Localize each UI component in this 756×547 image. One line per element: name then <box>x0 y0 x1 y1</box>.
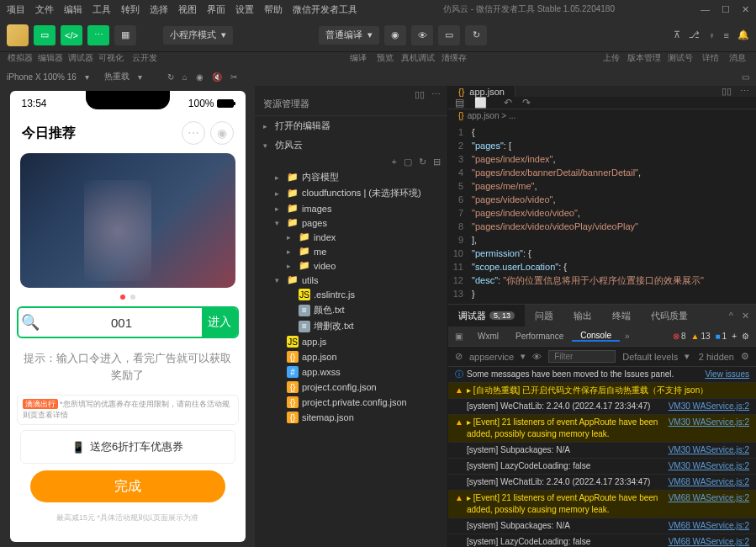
target-icon[interactable]: ◉ <box>210 121 234 145</box>
tree-item[interactable]: ▾📁pages <box>255 215 447 230</box>
tree-item[interactable]: ▸📁images <box>255 201 447 215</box>
menu-item[interactable]: 编辑 <box>64 3 82 16</box>
code-editor[interactable]: 1{2 "pages": [3 "pages/index/index",4 "p… <box>448 122 756 304</box>
menu-item[interactable]: 界面 <box>207 3 225 16</box>
preview-btn[interactable]: 👁 <box>411 25 433 45</box>
terminal-tab[interactable]: 终端 <box>602 305 641 327</box>
menu-item[interactable]: 转到 <box>121 3 140 16</box>
undo-icon[interactable]: ↶ <box>504 97 512 109</box>
menu-item[interactable]: 设置 <box>235 3 254 16</box>
device-select[interactable]: iPhone X 100% 16 <box>7 72 77 82</box>
tree-item[interactable]: ▾📁utils <box>255 273 447 287</box>
tree-item[interactable]: ▸📁me <box>255 244 447 258</box>
back-icon[interactable]: ◉ <box>196 72 204 82</box>
hidden-count[interactable]: 2 hidden <box>699 352 734 362</box>
rotate-icon[interactable]: ↻ <box>167 72 174 82</box>
test-btn[interactable]: ♀ <box>708 30 715 40</box>
simulator-toggle[interactable]: ▭ <box>34 25 56 45</box>
tree-item[interactable]: ▸📁video <box>255 258 447 273</box>
levels-select[interactable]: Default levels <box>622 352 678 362</box>
tree-item[interactable]: ▸📁cloudfunctions | (未选择环境) <box>255 185 447 201</box>
compile-select[interactable]: 普通编译▾ <box>319 26 379 45</box>
menu-item[interactable]: 帮助 <box>264 3 283 16</box>
breadcrumb[interactable]: {} app.json > ... <box>448 109 756 122</box>
maximize-icon[interactable]: ☐ <box>722 4 730 15</box>
collapse-icon[interactable]: ⊟ <box>433 157 441 167</box>
tree-item[interactable]: JS.eslintrc.js <box>255 287 447 302</box>
new-folder-icon[interactable]: ▢ <box>404 157 412 167</box>
tree-item[interactable]: ▸📁内容模型 <box>255 169 447 185</box>
tree-item[interactable]: {}project.config.json <box>255 380 447 395</box>
tree-item[interactable]: ▸📁index <box>255 230 447 244</box>
remote-debug-btn[interactable]: ▭ <box>438 25 460 45</box>
expand-icon[interactable]: ^ <box>729 311 733 321</box>
warn-count[interactable]: ▲13 <box>691 332 711 341</box>
cut-icon[interactable]: ✂ <box>230 72 237 82</box>
project-root[interactable]: ▾仿风云 <box>255 135 447 155</box>
menu-item[interactable]: 工具 <box>93 3 111 16</box>
more-editor-icon[interactable]: ⋯ <box>740 86 749 97</box>
close-icon[interactable]: ✕ <box>742 4 749 15</box>
float-icon[interactable]: ▭ <box>742 72 749 82</box>
version-btn[interactable]: ⎇ <box>689 29 700 40</box>
menu-item[interactable]: 视图 <box>178 3 197 16</box>
tree-item[interactable]: {}project.private.config.json <box>255 395 447 410</box>
console-tab[interactable]: Console <box>572 331 620 342</box>
performance-tab[interactable]: Performance <box>507 332 572 341</box>
debugger-toggle[interactable]: ⋯ <box>87 25 109 45</box>
redo-icon[interactable]: ↷ <box>522 97 531 109</box>
home-icon[interactable]: ⌂ <box>182 72 188 82</box>
close-panel-icon[interactable]: ✕ <box>742 311 749 321</box>
tree-item[interactable]: JSapp.js <box>255 334 447 349</box>
enter-button[interactable]: 进入 <box>202 308 237 337</box>
refresh-icon[interactable]: ↻ <box>419 157 426 167</box>
settings-icon[interactable]: ⚙ <box>742 332 749 341</box>
tree-item[interactable]: {}app.json <box>255 349 447 364</box>
complete-button[interactable]: 完成 <box>30 470 225 502</box>
console-output[interactable]: ⓘSome messages have been moved to the Is… <box>448 367 756 547</box>
wxml-tab[interactable]: Wxml <box>469 332 507 341</box>
clear-cache-btn[interactable]: ↻ <box>465 25 487 45</box>
output-tab[interactable]: 输出 <box>563 305 602 327</box>
editor-tab[interactable]: {} app.json <box>448 86 515 97</box>
menu-item[interactable]: 微信开发者工具 <box>293 3 357 16</box>
tree-item[interactable]: #app.wxss <box>255 364 447 380</box>
ad-banner[interactable]: 滴滴出行 *您所填写的优惠券存在使用限制，请前往各活动规则页查看详情 <box>17 395 239 425</box>
new-file-icon[interactable]: + <box>392 157 397 167</box>
split-editor-icon[interactable]: ▯▯ <box>722 86 732 97</box>
visual-toggle[interactable]: ▦ <box>114 25 136 45</box>
hot-reload[interactable]: 热重载 <box>104 71 130 82</box>
plus-icon[interactable]: + <box>732 332 737 341</box>
banner-image[interactable] <box>20 153 235 288</box>
compile-btn[interactable]: ◉ <box>384 25 406 45</box>
menu-item[interactable]: 选择 <box>150 3 168 16</box>
outline-icon[interactable]: ▤ <box>455 97 464 109</box>
tree-item[interactable]: ≡增删改.txt <box>255 318 447 334</box>
open-editors-section[interactable]: ▸打开的编辑器 <box>255 116 447 135</box>
code-input[interactable] <box>42 308 202 337</box>
tree-item[interactable]: ≡颜色.txt <box>255 302 447 318</box>
coupon-card[interactable]: 📱 送您6折打车优惠券 <box>20 430 235 464</box>
message-btn[interactable]: 🔔 <box>737 29 749 40</box>
mode-select[interactable]: 小程序模式▾ <box>163 26 233 45</box>
menu-item[interactable]: 文件 <box>35 3 54 16</box>
problems-tab[interactable]: 问题 <box>525 305 563 327</box>
eye-icon[interactable]: 👁 <box>532 352 542 362</box>
quality-tab[interactable]: 代码质量 <box>641 305 698 327</box>
upload-btn[interactable]: ⊼ <box>674 29 680 40</box>
clear-console-icon[interactable]: ⊘ <box>455 351 463 362</box>
menu-dots-icon[interactable]: ⋯ <box>182 121 205 145</box>
elements-icon[interactable]: ▣ <box>448 332 469 341</box>
console-settings-icon[interactable]: ⚙ <box>741 351 749 362</box>
details-btn[interactable]: ≡ <box>724 30 729 40</box>
context-select[interactable]: appservice <box>469 352 514 362</box>
mute-icon[interactable]: 🔇 <box>212 72 222 82</box>
editor-toggle[interactable]: </> <box>61 25 82 45</box>
tree-item[interactable]: {}sitemap.json <box>255 410 447 425</box>
filter-input[interactable] <box>548 350 616 363</box>
menu-item[interactable]: 项目 <box>7 3 25 16</box>
error-count[interactable]: ⊗8 <box>673 332 686 341</box>
bookmark-icon[interactable]: ⬜ <box>474 97 487 109</box>
debugger-tab[interactable]: 调试器5, 13 <box>448 305 525 327</box>
info-count[interactable]: ■1 <box>716 332 727 341</box>
